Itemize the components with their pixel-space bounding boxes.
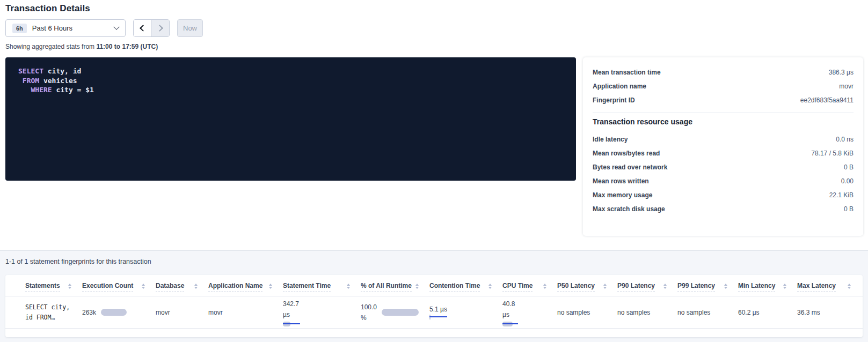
time-range-dropdown[interactable]: 6h Past 6 Hours <box>5 19 126 37</box>
application-name-cell: movr <box>203 309 278 316</box>
statement-row: SELECT city, id FROM… 263k movr movr 342… <box>5 296 863 329</box>
max-latency-cell: 36.3 ms <box>792 309 856 316</box>
now-button[interactable]: Now <box>177 19 203 37</box>
column-header-cpu-time[interactable]: CPU Time <box>497 282 552 296</box>
p50-latency-cell: no samples <box>552 309 612 316</box>
column-header-pct-runtime[interactable]: % of All Runtime <box>355 282 424 296</box>
time-range-badge: 6h <box>12 24 27 33</box>
cpu-time-cell: 40.8 µs <box>497 299 552 326</box>
sort-icon <box>415 284 419 289</box>
sort-icon <box>194 284 198 289</box>
sort-icon <box>663 284 667 289</box>
sort-icon <box>347 284 350 289</box>
pct-runtime-bar <box>382 309 419 316</box>
column-header-database[interactable]: Database <box>150 282 203 296</box>
resource-row: Mean rows/bytes read 78.17 / 5.8 KiB <box>593 146 854 160</box>
sort-icon <box>142 284 145 289</box>
statement-cell: SELECT city, id FROM… <box>20 302 77 323</box>
previous-time-button[interactable] <box>134 20 151 36</box>
summary-row: Application name movr <box>593 79 854 93</box>
column-header-application-name[interactable]: Application Name <box>203 282 278 296</box>
sort-icon <box>603 284 607 289</box>
resource-row: Max memory usage 22.1 KiB <box>593 188 854 202</box>
resource-row: Mean rows written 0.00 <box>593 174 854 188</box>
column-header-max-latency[interactable]: Max Latency <box>792 282 856 296</box>
column-header-statement-time[interactable]: Statement Time <box>278 282 355 296</box>
min-latency-cell: 60.2 µs <box>733 309 792 316</box>
column-header-p50-latency[interactable]: P50 Latency <box>552 282 612 296</box>
column-header-statements[interactable]: Statements <box>20 282 77 296</box>
aggregated-stats-caption: Showing aggregated stats from 11:00 to 1… <box>5 43 158 50</box>
page-title: Transaction Details <box>5 3 90 14</box>
column-header-p90-latency[interactable]: P90 Latency <box>612 282 672 296</box>
summary-divider <box>593 113 854 113</box>
stats-caption-prefix: Showing aggregated stats from <box>5 43 96 50</box>
statement-time-bar <box>283 322 300 326</box>
execution-count-bar <box>101 309 127 316</box>
database-cell: movr <box>150 309 203 316</box>
next-time-button[interactable] <box>151 20 169 36</box>
sql-statement-box: SELECT city, id FROM vehicles WHERE city… <box>5 57 576 181</box>
resource-row: Bytes read over network 0 B <box>593 160 854 174</box>
resource-row: Idle latency 0.0 ns <box>593 132 854 146</box>
time-controls: 6h Past 6 Hours Now <box>5 19 203 37</box>
sort-icon <box>488 284 492 289</box>
statements-section: 1-1 of 1 statement fingerprints for this… <box>0 250 868 342</box>
sort-icon <box>269 284 272 289</box>
sort-icon <box>68 284 71 289</box>
column-header-contention-time[interactable]: Contention Time <box>424 282 497 296</box>
statements-table: Statements Execution Count Database Appl… <box>5 275 863 337</box>
fingerprint-count-text: 1-1 of 1 statement fingerprints for this… <box>5 258 151 265</box>
column-header-min-latency[interactable]: Min Latency <box>733 282 792 296</box>
sort-icon <box>783 284 786 289</box>
summary-row: Fingerprint ID ee2df683f5aa9411 <box>593 93 854 107</box>
statement-time-cell: 342.7 µs <box>278 299 355 326</box>
chevron-right-icon <box>156 25 163 32</box>
statements-table-header: Statements Execution Count Database Appl… <box>5 275 863 296</box>
column-header-p99-latency[interactable]: P99 Latency <box>672 282 733 296</box>
contention-time-bar <box>429 315 447 319</box>
chevron-down-icon <box>113 24 119 29</box>
summary-row: Mean transaction time 386.3 µs <box>593 65 854 79</box>
stats-caption-range: 11:00 to 17:59 (UTC) <box>96 43 158 50</box>
p99-latency-cell: no samples <box>672 309 733 316</box>
execution-count-cell: 263k <box>77 309 150 316</box>
statement-link[interactable]: SELECT city, id FROM… <box>25 302 71 323</box>
sort-icon <box>543 284 546 289</box>
contention-time-cell: 5.1 µs <box>424 306 497 319</box>
column-header-execution-count[interactable]: Execution Count <box>77 282 150 296</box>
transaction-summary-card: Mean transaction time 386.3 µs Applicati… <box>583 57 863 236</box>
resource-usage-title: Transaction resource usage <box>593 117 854 126</box>
time-step-buttons <box>133 19 170 37</box>
sort-icon <box>724 284 727 289</box>
resource-row: Max scratch disk usage 0 B <box>593 202 854 216</box>
time-range-label: Past 6 Hours <box>32 24 114 32</box>
cpu-time-bar <box>502 322 518 326</box>
sort-icon <box>848 284 851 289</box>
chevron-left-icon <box>140 25 147 32</box>
p90-latency-cell: no samples <box>612 309 672 316</box>
pct-runtime-cell: 100.0 % <box>355 302 424 323</box>
